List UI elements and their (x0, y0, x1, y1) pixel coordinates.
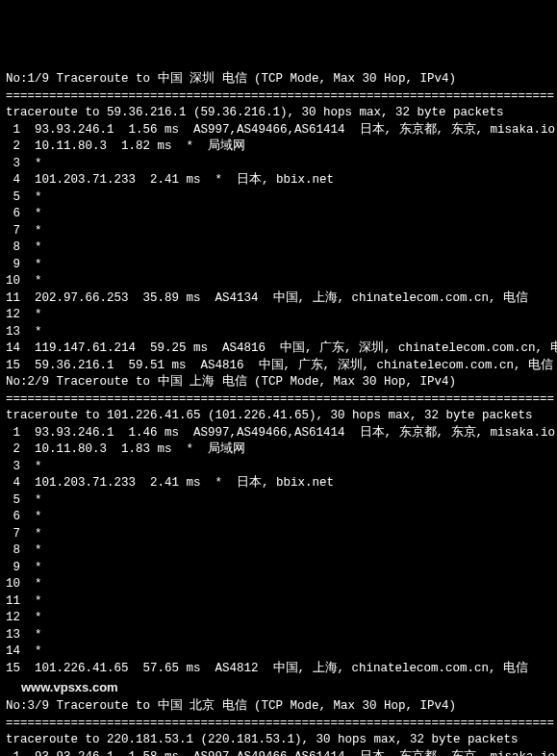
trace-hop: 12 * (6, 307, 551, 324)
trace-summary: traceroute to 220.181.53.1 (220.181.53.1… (6, 732, 551, 749)
trace-hop: 2 10.11.80.3 1.83 ms * 局域网 (6, 441, 551, 459)
trace-hop: 3 * (6, 156, 551, 173)
trace-hop: 6 * (6, 206, 551, 223)
trace-hop: 5 * (6, 189, 551, 207)
trace-hop: 2 10.11.80.3 1.82 ms * 局域网 (6, 139, 551, 156)
trace-hop: 4 101.203.71.233 2.41 ms * 日本, bbix.net (6, 475, 551, 492)
trace-header: No:1/9 Traceroute to 中国 深圳 电信 (TCP Mode,… (6, 71, 551, 88)
trace-hop: 11 * (6, 593, 551, 611)
trace-hop: 8 * (6, 542, 551, 560)
trace-hop: 10 * (6, 576, 551, 593)
trace-separator: ========================================… (6, 88, 551, 106)
trace-hop: 9 * (6, 257, 551, 274)
trace-hop: 5 * (6, 492, 551, 510)
trace-hop: 4 101.203.71.233 2.41 ms * 日本, bbix.net (6, 172, 551, 189)
trace-hop: 14 * (6, 643, 551, 661)
trace-hop: 9 * (6, 560, 551, 577)
trace-hop: 7 * (6, 526, 551, 543)
trace-hop: 8 * (6, 239, 551, 257)
trace-separator: ========================================… (6, 716, 551, 733)
trace-hop: 3 * (6, 459, 551, 476)
trace-hop: 6 * (6, 509, 551, 526)
trace-header: No:2/9 Traceroute to 中国 上海 电信 (TCP Mode,… (6, 374, 551, 391)
trace-hop: 15 101.226.41.65 57.65 ms AS4812 中国, 上海,… (6, 661, 551, 678)
watermark: www.vpsxs.com (6, 677, 551, 698)
trace-hop: 7 * (6, 223, 551, 240)
trace-hop: 15 59.36.216.1 59.51 ms AS4816 中国, 广东, 深… (6, 358, 551, 375)
trace-hop: 13 * (6, 324, 551, 341)
trace-hop: 10 * (6, 273, 551, 290)
trace-hop: 12 * (6, 610, 551, 627)
trace-hop: 1 93.93.246.1 1.56 ms AS997,AS49466,AS61… (6, 122, 551, 139)
trace-hop: 1 93.93.246.1 1.46 ms AS997,AS49466,AS61… (6, 425, 551, 442)
trace-header: No:3/9 Traceroute to 中国 北京 电信 (TCP Mode,… (6, 698, 551, 716)
trace-hop: 14 119.147.61.214 59.25 ms AS4816 中国, 广东… (6, 340, 551, 358)
trace-summary: traceroute to 101.226.41.65 (101.226.41.… (6, 408, 551, 425)
trace-hop: 1 93.93.246.1 1.58 ms AS997,AS49466,AS61… (6, 749, 551, 756)
trace-hop: 11 202.97.66.253 35.89 ms AS4134 中国, 上海,… (6, 290, 551, 308)
trace-summary: traceroute to 59.36.216.1 (59.36.216.1),… (6, 105, 551, 122)
terminal-output: No:1/9 Traceroute to 中国 深圳 电信 (TCP Mode,… (6, 71, 551, 756)
trace-hop: 13 * (6, 627, 551, 644)
trace-separator: ========================================… (6, 391, 551, 409)
